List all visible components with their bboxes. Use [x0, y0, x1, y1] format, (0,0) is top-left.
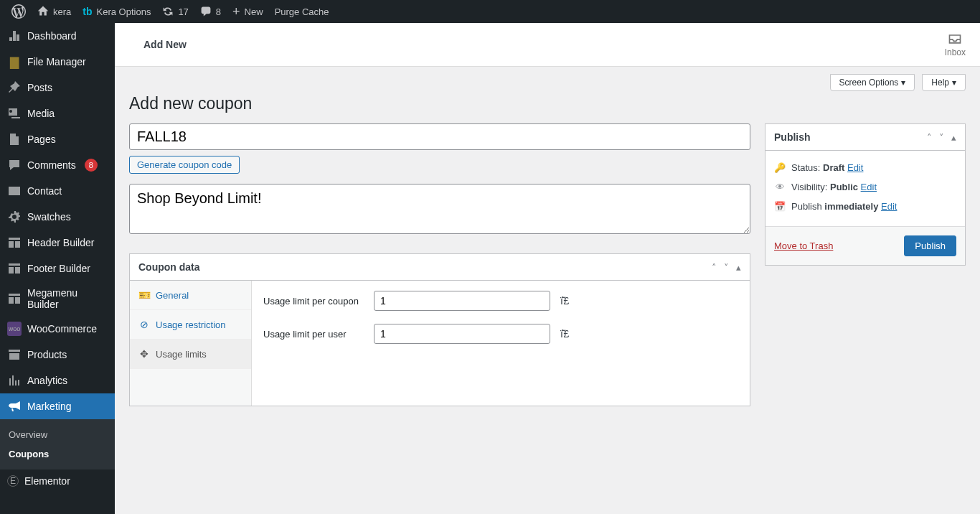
- sidebar-item-posts[interactable]: Posts: [0, 75, 115, 101]
- help-tab[interactable]: Help ▾: [922, 74, 966, 91]
- kera-options-link[interactable]: tb Kera Options: [77, 0, 156, 23]
- sidebar-item-media[interactable]: Media: [0, 101, 115, 126]
- coupon-description-input[interactable]: Shop Beyond Limit!: [129, 184, 750, 234]
- visibility-row: 👁 Visibility: Public Edit: [774, 177, 956, 197]
- submenu-overview[interactable]: Overview: [0, 425, 115, 444]
- visibility-label: Visibility:: [791, 182, 827, 192]
- sidebar-item-footer-builder[interactable]: Footer Builder: [0, 256, 115, 281]
- sidebar-item-marketing[interactable]: Marketing: [0, 393, 115, 419]
- chevron-up-icon[interactable]: ˄: [712, 262, 717, 273]
- main-content: Add New Inbox Screen Options ▾ Help ▾ Ad…: [115, 0, 980, 514]
- tab-general-label: General: [156, 290, 189, 301]
- content-area: Screen Options ▾ Help ▾ Add new coupon G…: [115, 67, 980, 435]
- sidebar-item-products[interactable]: Products: [0, 342, 115, 368]
- edit-visibility-link[interactable]: Edit: [861, 182, 877, 192]
- tab-usage-limits[interactable]: ✥Usage limits: [130, 340, 251, 369]
- sidebar-item-contact[interactable]: Contact: [0, 178, 115, 204]
- chevron-down-icon[interactable]: ˅: [939, 132, 944, 143]
- refresh-icon[interactable]: ï˜£: [560, 328, 567, 340]
- publish-button[interactable]: Publish: [904, 235, 956, 256]
- sidebar-item-woocommerce[interactable]: wooWooCommerce: [0, 316, 115, 342]
- plus-icon: +: [232, 5, 240, 18]
- caret-up-icon[interactable]: ▴: [736, 262, 741, 273]
- purge-label: Purge Cache: [275, 6, 329, 17]
- mail-icon: [7, 184, 22, 198]
- sidebar-item-comments[interactable]: Comments8: [0, 152, 115, 178]
- sidebar-item-analytics[interactable]: Analytics: [0, 368, 115, 393]
- tab-usage-limits-label: Usage limits: [156, 349, 207, 360]
- sidebar-item-label: File Manager: [27, 56, 86, 67]
- sidebar-item-label: Marketing: [27, 401, 71, 412]
- kera-options-label: Kera Options: [97, 6, 151, 17]
- site-name: kera: [53, 6, 71, 17]
- usage-limits-panel: Usage limit per coupon ï˜£ Usage limit p…: [252, 281, 750, 406]
- refresh-icon[interactable]: ï˜£: [560, 295, 567, 307]
- sidebar-item-file-manager[interactable]: ▇File Manager: [0, 49, 115, 75]
- side-column: Publish ˄ ˅ ▴ 🔑 Status: Draft Edit: [765, 123, 966, 266]
- caret-down-icon: ▾: [952, 78, 956, 88]
- submenu-coupons[interactable]: Coupons: [0, 444, 115, 464]
- eye-icon: 👁: [774, 182, 786, 192]
- megaphone-icon: [7, 399, 22, 413]
- publish-box: Publish ˄ ˅ ▴ 🔑 Status: Draft Edit: [765, 123, 966, 266]
- ticket-icon: 🎫: [138, 289, 150, 301]
- admin-sidebar: Dashboard ▇File Manager Posts Media Page…: [0, 23, 115, 514]
- page-icon: [7, 132, 22, 146]
- ban-icon: ⊘: [138, 319, 150, 330]
- move-to-trash-link[interactable]: Move to Trash: [774, 240, 833, 251]
- sidebar-item-swatches[interactable]: Swatches: [0, 204, 115, 230]
- sidebar-item-label: WooCommerce: [27, 323, 97, 335]
- marketing-submenu: Overview Coupons: [0, 419, 115, 469]
- tb-logo-icon: tb: [83, 6, 92, 17]
- new-content-link[interactable]: + New: [227, 0, 269, 23]
- sidebar-item-label: Posts: [27, 82, 52, 93]
- tab-usage-restriction[interactable]: ⊘Usage restriction: [130, 310, 251, 340]
- limit-user-input[interactable]: [374, 324, 550, 344]
- comments-link[interactable]: 8: [194, 0, 227, 23]
- site-home-link[interactable]: kera: [32, 0, 77, 23]
- folder-icon: ▇: [7, 55, 22, 69]
- coupon-code-input[interactable]: [129, 123, 750, 150]
- publish-header: Publish ˄ ˅ ▴: [765, 124, 965, 151]
- generate-code-button[interactable]: Generate coupon code: [129, 156, 240, 174]
- layout-icon: [7, 291, 22, 306]
- archive-icon: [7, 347, 22, 362]
- sidebar-item-label: Swatches: [27, 211, 71, 223]
- screen-options-tab[interactable]: Screen Options ▾: [830, 74, 915, 91]
- purge-cache-link[interactable]: Purge Cache: [269, 0, 335, 23]
- new-label: New: [245, 6, 263, 17]
- sidebar-item-pages[interactable]: Pages: [0, 126, 115, 152]
- key-icon: 🔑: [774, 162, 786, 173]
- sidebar-item-elementor[interactable]: EElementor: [0, 469, 115, 492]
- publish-date-value: immediately: [824, 201, 878, 212]
- status-label: Status:: [791, 162, 820, 173]
- caret-up-icon[interactable]: ▴: [951, 132, 956, 143]
- coupon-data-box: Coupon data ˄ ˅ ▴ 🎫General ⊘Usage restri…: [129, 253, 750, 406]
- comments-badge: 8: [85, 159, 98, 172]
- publish-date-label: Publish: [791, 201, 822, 212]
- chevron-up-icon[interactable]: ˄: [927, 132, 932, 143]
- sidebar-item-megamenu[interactable]: Megamenu Builder: [0, 281, 115, 316]
- move-icon: ✥: [138, 348, 150, 360]
- help-label: Help: [931, 78, 949, 88]
- coupon-tabs: 🎫General ⊘Usage restriction ✥Usage limit…: [130, 281, 252, 406]
- page-title: Add new coupon: [129, 94, 966, 113]
- sidebar-item-label: Products: [27, 349, 67, 360]
- tab-general[interactable]: 🎫General: [130, 281, 251, 310]
- inbox-label: Inbox: [945, 47, 966, 57]
- limit-coupon-input[interactable]: [374, 291, 550, 311]
- edit-date-link[interactable]: Edit: [881, 201, 897, 212]
- wp-logo[interactable]: [6, 0, 32, 23]
- woo-icon: woo: [7, 322, 22, 336]
- main-column: Generate coupon code Shop Beyond Limit! …: [129, 123, 750, 406]
- admin-bar: kera tb Kera Options 17 8 + New Purge Ca…: [0, 0, 980, 23]
- sidebar-item-label: Analytics: [27, 375, 67, 386]
- pin-icon: [7, 80, 22, 95]
- chevron-down-icon[interactable]: ˅: [724, 262, 729, 273]
- strip-title: Add New: [143, 39, 187, 50]
- edit-status-link[interactable]: Edit: [847, 162, 863, 173]
- updates-link[interactable]: 17: [156, 0, 194, 23]
- sidebar-item-dashboard[interactable]: Dashboard: [0, 23, 115, 49]
- sidebar-item-header-builder[interactable]: Header Builder: [0, 230, 115, 256]
- inbox-button[interactable]: Inbox: [945, 32, 966, 57]
